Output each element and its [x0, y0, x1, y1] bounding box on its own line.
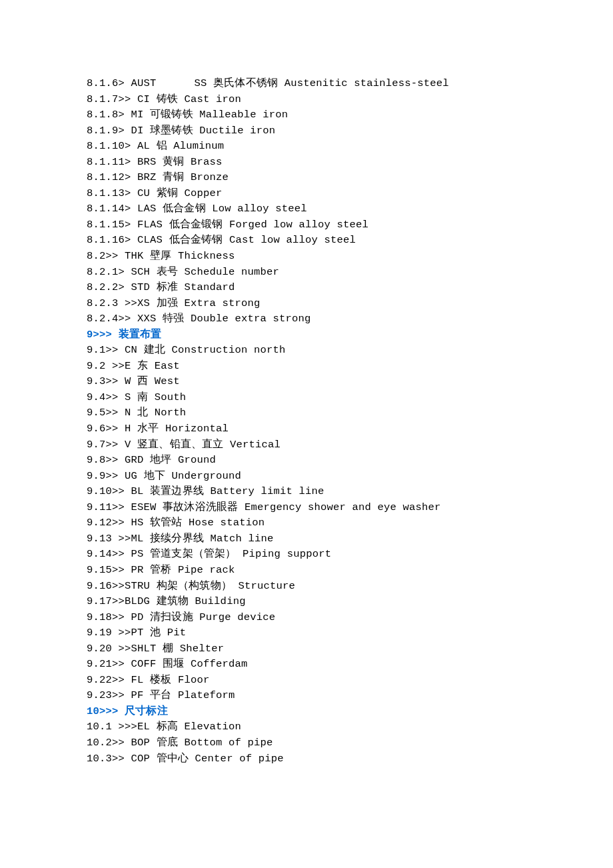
glossary-line: 8.1.7>> CI 铸铁 Cast iron [87, 92, 613, 108]
glossary-line: 8.1.15> FLAS 低合金锻钢 Forged low alloy stee… [87, 217, 613, 233]
glossary-line: 9.21>> COFF 围堰 Cofferdam [87, 657, 613, 673]
glossary-line: 9.8>> GRD 地坪 Ground [87, 453, 613, 469]
glossary-line: 9.19 >>PT 池 Pit [87, 625, 613, 641]
glossary-line: 10.1 >>>EL 标高 Elevation [87, 719, 613, 735]
glossary-line: 9.5>> N 北 North [87, 405, 613, 421]
section-heading: 10>>> 尺寸标注 [87, 704, 613, 720]
glossary-line: 8.1.14> LAS 低合金钢 Low alloy steel [87, 201, 613, 217]
glossary-line: 9.2 >>E 东 East [87, 359, 613, 375]
glossary-line: 10.2>> BOP 管底 Bottom of pipe [87, 735, 613, 751]
glossary-line: 8.1.13> CU 紫铜 Copper [87, 186, 613, 202]
glossary-line: 9.15>> PR 管桥 Pipe rack [87, 563, 613, 579]
glossary-line: 9.16>>STRU 构架（构筑物） Structure [87, 579, 613, 595]
glossary-line: 9.23>> PF 平台 Plateform [87, 688, 613, 704]
document-page: 8.1.6> AUST SS 奥氏体不锈钢 Austenitic stainle… [0, 0, 613, 868]
glossary-line: 9.17>>BLDG 建筑物 Building [87, 594, 613, 610]
glossary-line: 8.1.6> AUST SS 奥氏体不锈钢 Austenitic stainle… [87, 76, 613, 92]
glossary-line: 8.1.10> AL 铝 Aluminum [87, 139, 613, 155]
glossary-line: 9.13 >>ML 接续分界线 Match line [87, 531, 613, 547]
glossary-line: 8.1.12> BRZ 青铜 Bronze [87, 170, 613, 186]
glossary-line: 8.2.3 >>XS 加强 Extra strong [87, 296, 613, 312]
glossary-line: 8.1.11> BRS 黄铜 Brass [87, 155, 613, 171]
glossary-line: 9.1>> CN 建北 Construction north [87, 343, 613, 359]
glossary-line: 9.12>> HS 软管站 Hose station [87, 515, 613, 531]
glossary-line: 9.10>> BL 装置边界线 Battery limit line [87, 484, 613, 500]
glossary-line: 9.7>> V 竖直、铅直、直立 Vertical [87, 437, 613, 453]
glossary-line: 10.3>> COP 管中心 Center of pipe [87, 751, 613, 767]
glossary-line: 8.2.4>> XXS 特强 Double extra strong [87, 311, 613, 327]
glossary-line: 8.2.1> SCH 表号 Schedule number [87, 265, 613, 281]
section-heading: 9>>> 装置布置 [87, 327, 613, 343]
glossary-line: 8.1.9> DI 球墨铸铁 Ductile iron [87, 123, 613, 139]
glossary-line: 9.11>> ESEW 事故沐浴洗眼器 Emergency shower and… [87, 500, 613, 516]
glossary-line: 9.9>> UG 地下 Underground [87, 469, 613, 485]
glossary-line: 9.18>> PD 清扫设施 Purge device [87, 610, 613, 626]
glossary-line: 8.2>> THK 壁厚 Thickness [87, 249, 613, 265]
glossary-line: 9.6>> H 水平 Horizontal [87, 421, 613, 437]
glossary-line: 8.2.2> STD 标准 Standard [87, 280, 613, 296]
glossary-line: 8.1.16> CLAS 低合金铸钢 Cast low alloy steel [87, 233, 613, 249]
document-content: 8.1.6> AUST SS 奥氏体不锈钢 Austenitic stainle… [87, 76, 613, 767]
glossary-line: 9.20 >>SHLT 棚 Shelter [87, 641, 613, 657]
glossary-line: 8.1.8> MI 可锻铸铁 Malleable iron [87, 107, 613, 123]
glossary-line: 9.14>> PS 管道支架（管架） Piping support [87, 547, 613, 563]
glossary-line: 9.22>> FL 楼板 Floor [87, 673, 613, 689]
glossary-line: 9.3>> W 西 West [87, 374, 613, 390]
glossary-line: 9.4>> S 南 South [87, 390, 613, 406]
